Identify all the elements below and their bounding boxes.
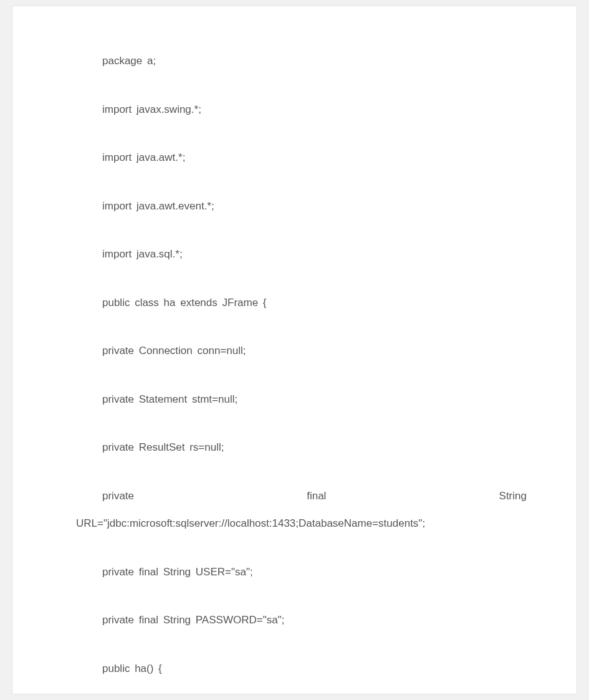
code-token: private: [102, 488, 134, 504]
code-text: import java.sql.*;: [102, 248, 183, 260]
code-text: public class ha extends JFrame {: [102, 297, 267, 309]
code-text: import javax.swing.*;: [102, 103, 201, 115]
code-text: private final String USER="sa";: [102, 566, 253, 578]
code-text: private ResultSet rs=null;: [102, 441, 224, 453]
code-line: public class ha extends JFrame {: [76, 295, 527, 311]
code-line: package a;: [76, 53, 527, 69]
code-text: import java.awt.event.*;: [102, 200, 214, 212]
code-line: import java.awt.*;: [76, 150, 527, 166]
code-line: import javax.swing.*;: [76, 102, 527, 118]
code-line: private Connection conn=null;: [76, 343, 527, 359]
code-block: package a; import javax.swing.*; import …: [76, 53, 527, 700]
code-text: import java.awt.*;: [102, 151, 185, 163]
wrapped-continuation: URL="jdbc:microsoft:sqlserver://localhos…: [76, 515, 527, 532]
code-line: private final String PASSWORD="sa";: [76, 612, 527, 628]
code-line: private Statement stmt=null;: [76, 391, 527, 408]
code-text: private Statement stmt=null;: [102, 393, 237, 405]
code-line: public ha() {: [76, 661, 527, 677]
code-text: private Connection conn=null;: [102, 345, 246, 357]
code-text: public ha() {: [102, 663, 162, 674]
code-line: import java.sql.*;: [76, 246, 527, 262]
document-page: package a; import javax.swing.*; import …: [12, 6, 577, 694]
code-line-wrapped: private final String URL="jdbc:microsoft…: [76, 488, 527, 532]
code-line: import java.awt.event.*;: [76, 198, 527, 214]
wrapped-first-row: private final String: [76, 488, 527, 504]
code-text: private final String PASSWORD="sa";: [102, 614, 284, 626]
code-line: private ResultSet rs=null;: [76, 439, 527, 456]
code-line: private final String USER="sa";: [76, 564, 527, 580]
code-text: package a;: [102, 55, 156, 67]
code-token: String: [499, 488, 527, 504]
code-token: final: [307, 488, 326, 504]
